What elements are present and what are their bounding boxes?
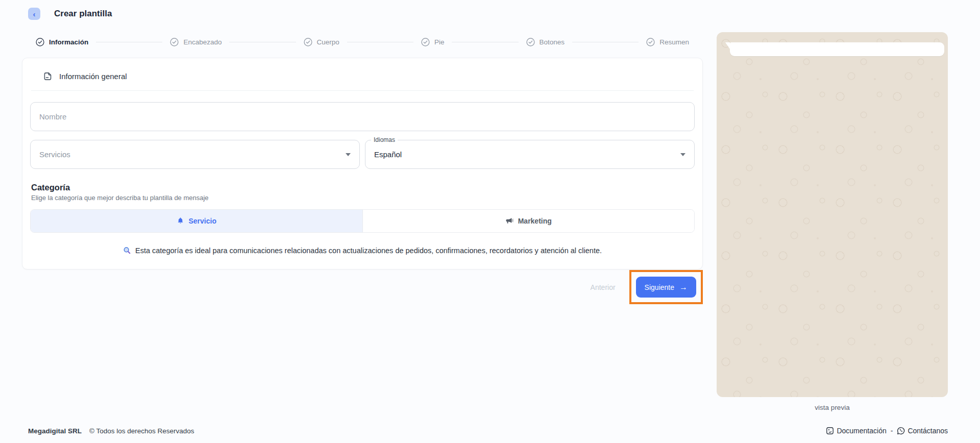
category-option-label: Servicio xyxy=(189,217,216,225)
footer-right: Documentación - Contáctanos xyxy=(826,427,948,435)
topbar: ‹ Crear plantilla xyxy=(0,0,980,21)
whatsapp-icon xyxy=(897,427,905,435)
main-column: Información Encabezado Cuerpo xyxy=(22,30,703,304)
services-select-value: Servicios xyxy=(39,150,70,159)
check-circle-icon xyxy=(304,38,312,46)
documentation-link-label: Documentación xyxy=(837,427,886,435)
languages-select-value: Español xyxy=(374,150,402,159)
category-option-servicio[interactable]: Servicio xyxy=(31,210,362,232)
check-circle-icon xyxy=(421,38,430,46)
next-button-label: Siguiente xyxy=(645,283,674,291)
chevron-left-icon: ‹ xyxy=(33,10,36,18)
section-title: Información general xyxy=(59,72,127,81)
check-circle-icon xyxy=(170,38,179,46)
stepper-step-label: Botones xyxy=(540,38,565,46)
next-button-highlight-box: Siguiente → xyxy=(629,270,703,304)
category-toggle: Servicio Marketing xyxy=(30,209,695,233)
stepper-connector xyxy=(452,42,518,42)
stepper-step-resumen[interactable]: Resumen xyxy=(646,38,689,46)
stepper-step-botones[interactable]: Botones xyxy=(526,38,565,46)
selects-row: Servicios Idiomas Español xyxy=(30,140,695,169)
services-select[interactable]: Servicios xyxy=(30,140,360,169)
footer: Megadigital SRL © Todos los derechos Res… xyxy=(0,427,980,443)
check-circle-icon xyxy=(36,38,44,46)
category-option-marketing[interactable]: Marketing xyxy=(362,210,695,232)
preview-column: vista previa xyxy=(717,32,948,411)
check-circle-icon xyxy=(646,38,655,46)
page-title: Crear plantilla xyxy=(54,9,112,19)
next-button[interactable]: Siguiente → xyxy=(636,277,696,298)
search-icon xyxy=(123,247,131,255)
stepper-step-informacion[interactable]: Información xyxy=(36,38,88,46)
stepper-connector xyxy=(347,42,413,42)
documentation-link[interactable]: Documentación xyxy=(826,427,886,435)
previous-button[interactable]: Anterior xyxy=(591,283,616,291)
stepper-step-label: Resumen xyxy=(659,38,689,46)
stepper-connector xyxy=(229,42,296,42)
footer-copyright: © Todos los derechos Reservados xyxy=(89,427,194,435)
languages-select[interactable]: Idiomas Español xyxy=(365,140,695,169)
category-help-text: Esta categoría es ideal para comunicacio… xyxy=(135,247,602,255)
stepper-step-label: Cuerpo xyxy=(317,38,339,46)
content-area: Información Encabezado Cuerpo xyxy=(0,21,980,427)
back-button[interactable]: ‹ xyxy=(28,8,40,20)
section-header: Información general xyxy=(30,58,695,90)
stepper-step-label: Información xyxy=(49,38,88,46)
stepper-connector xyxy=(96,42,162,42)
category-subtitle: Elige la categoría que mejor describa tu… xyxy=(31,194,694,202)
form-card: Información general Servicios Idiomas Es… xyxy=(22,58,703,269)
check-circle-icon xyxy=(526,38,535,46)
preview-message-bubble xyxy=(730,42,944,56)
stepper-step-encabezado[interactable]: Encabezado xyxy=(170,38,222,46)
category-option-label: Marketing xyxy=(518,217,552,225)
bell-icon xyxy=(177,217,184,225)
stepper: Información Encabezado Cuerpo xyxy=(22,30,703,58)
divider xyxy=(31,90,694,91)
contact-link-label: Contáctanos xyxy=(908,427,948,435)
arrow-right-icon: → xyxy=(679,283,688,291)
document-icon xyxy=(43,71,53,81)
caret-down-icon xyxy=(680,153,685,156)
contact-link[interactable]: Contáctanos xyxy=(897,427,948,435)
name-input[interactable] xyxy=(30,102,695,131)
preview-caption: vista previa xyxy=(717,404,948,411)
footer-separator: - xyxy=(891,427,893,435)
documentation-icon xyxy=(826,427,834,435)
wizard-actions: Anterior Siguiente → xyxy=(22,270,703,304)
stepper-step-label: Encabezado xyxy=(183,38,222,46)
megaphone-icon xyxy=(505,217,513,225)
footer-company: Megadigital SRL xyxy=(28,427,82,435)
category-title: Categoría xyxy=(31,183,694,192)
stepper-step-cuerpo[interactable]: Cuerpo xyxy=(304,38,339,46)
stepper-connector xyxy=(572,42,639,42)
whatsapp-preview-panel xyxy=(717,32,948,397)
caret-down-icon xyxy=(346,153,351,156)
category-help: Esta categoría es ideal para comunicacio… xyxy=(30,247,695,255)
stepper-step-label: Pie xyxy=(434,38,445,46)
languages-label: Idiomas xyxy=(371,136,398,143)
stepper-step-pie[interactable]: Pie xyxy=(421,38,445,46)
footer-left: Megadigital SRL © Todos los derechos Res… xyxy=(28,427,194,435)
